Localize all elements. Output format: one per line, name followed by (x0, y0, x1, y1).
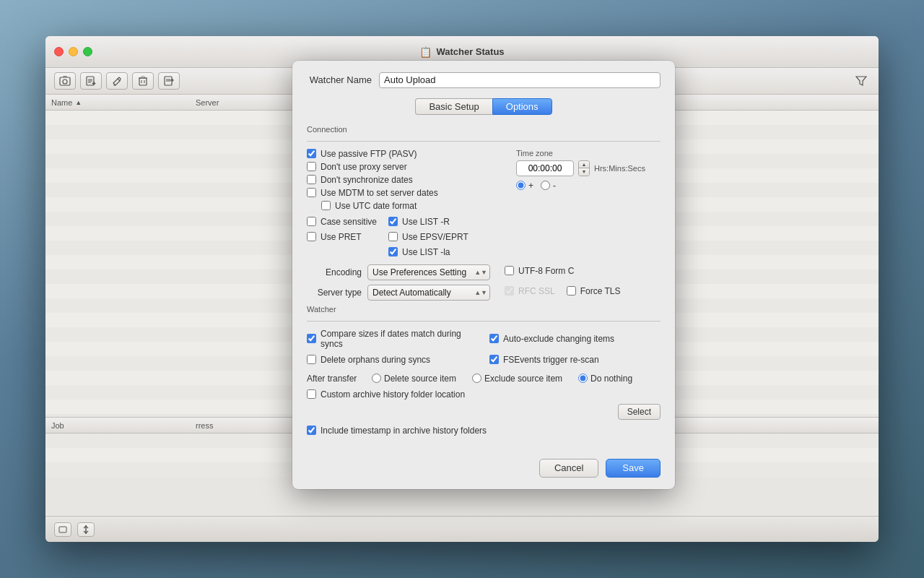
toolbar-delete-btn[interactable] (132, 72, 154, 90)
tz-up-btn[interactable]: ▲ (579, 161, 589, 168)
epsv-row: Use EPSV/EPRT (388, 232, 468, 242)
save-button[interactable]: Save (606, 459, 661, 478)
tz-minus-radio-group: - (541, 181, 556, 191)
connection-right: Time zone ▲ ▼ Hrs:Mins:Secs (516, 149, 661, 260)
section-watcher-label: Watcher (307, 305, 661, 314)
mdtm-row: Use MDTM to set server dates (307, 188, 502, 198)
timezone-spinner[interactable]: ▲ ▼ (578, 160, 590, 176)
list-r-checkbox[interactable] (388, 217, 398, 226)
maximize-button[interactable] (83, 47, 92, 56)
watcher-grid: Compare sizes if dates match during sync… (307, 329, 661, 368)
tab-options[interactable]: Options (492, 98, 552, 115)
force-tls-checkbox[interactable] (567, 286, 576, 296)
delete-source-label: Delete source item (384, 374, 456, 384)
server-type-label: Server type (307, 288, 362, 298)
section-connection-label: Connection (307, 125, 661, 134)
utc-row: Use UTC date format (307, 201, 502, 211)
tz-minus-label: - (553, 181, 556, 191)
exclude-source-radio-group: Exclude source item (472, 374, 562, 384)
timestamp-label: Include timestamp in archive history fol… (321, 426, 487, 436)
custom-archive-checkbox[interactable] (307, 389, 316, 399)
window-icon: 📋 (419, 46, 432, 58)
timezone-input[interactable] (516, 160, 574, 176)
checks-col-2: Use LIST -R Use EPSV/EPRT Use LIST -la (388, 217, 468, 260)
tz-plus-radio[interactable] (516, 181, 526, 190)
minimize-button[interactable] (69, 47, 78, 56)
watcher-name-label: Watcher Name (307, 74, 372, 85)
list-la-checkbox[interactable] (388, 247, 398, 256)
passive-ftp-label: Use passive FTP (PASV) (321, 149, 417, 159)
no-proxy-label: Don't use proxy server (321, 162, 407, 172)
delete-source-radio[interactable] (372, 374, 381, 383)
no-sync-label: Don't synchronize dates (321, 175, 413, 185)
toolbar-edit-btn[interactable] (106, 72, 128, 90)
custom-archive-row: Custom archive history folder location (307, 389, 661, 400)
bottom-btn-1[interactable] (54, 522, 71, 537)
tab-basic-setup[interactable]: Basic Setup (415, 98, 492, 115)
epsv-checkbox[interactable] (388, 232, 398, 241)
case-sensitive-row: Case sensitive (307, 217, 377, 227)
utf8-form-c-label: UTF-8 Form C (518, 266, 574, 276)
list-la-row: Use LIST -la (388, 247, 468, 257)
passive-ftp-checkbox[interactable] (307, 149, 316, 158)
delete-orphans-checkbox[interactable] (307, 355, 316, 364)
name-column-header: Name ▲ (51, 98, 196, 107)
utc-label: Use UTC date format (335, 201, 417, 211)
auto-exclude-label: Auto-exclude changing items (503, 334, 614, 344)
utc-checkbox[interactable] (321, 201, 331, 210)
fsevents-checkbox[interactable] (489, 355, 499, 364)
after-transfer-row: After transfer Delete source item Exclud… (307, 374, 661, 384)
toolbar-export-btn[interactable] (158, 72, 180, 90)
encoding-select[interactable]: Use Preferences Setting (367, 264, 490, 280)
toolbar-screenshot-btn[interactable] (54, 72, 76, 90)
rfc-ssl-checkbox[interactable] (505, 286, 514, 296)
tz-minus-radio[interactable] (541, 181, 550, 190)
svg-rect-9 (139, 78, 147, 85)
server-type-row: Server type Detect Automatically ▲▼ RFC … (307, 285, 661, 301)
utf8-form-c-checkbox[interactable] (505, 266, 514, 275)
custom-archive-label: Custom archive history folder location (321, 389, 465, 400)
bottom-btn-2[interactable] (77, 522, 95, 537)
no-proxy-checkbox[interactable] (307, 162, 316, 171)
server-type-select[interactable]: Detect Automatically (367, 285, 490, 301)
compare-sizes-checkbox[interactable] (307, 334, 316, 343)
divider-1 (307, 141, 661, 142)
no-proxy-row: Don't use proxy server (307, 162, 502, 172)
watcher-name-input[interactable] (379, 72, 661, 88)
do-nothing-radio[interactable] (578, 374, 588, 383)
utf8-form-c-row: UTF-8 Form C (505, 266, 574, 276)
checks-col-1: Case sensitive Use PRET (307, 217, 377, 260)
timestamp-checkbox[interactable] (307, 426, 316, 435)
force-tls-label: Force TLS (580, 286, 621, 296)
toolbar-new-btn[interactable] (80, 72, 102, 90)
no-sync-checkbox[interactable] (307, 175, 316, 184)
use-pret-row: Use PRET (307, 232, 377, 242)
divider-2 (307, 321, 661, 322)
bottom-bar (45, 516, 879, 542)
tz-hrs-label: Hrs:Mins:Secs (594, 164, 645, 173)
cancel-button[interactable]: Cancel (539, 459, 598, 478)
select-button[interactable]: Select (618, 404, 661, 420)
tz-down-btn[interactable]: ▼ (579, 168, 589, 176)
auto-exclude-checkbox[interactable] (489, 334, 499, 343)
traffic-lights (54, 47, 92, 56)
compare-sizes-label: Compare sizes if dates match during sync… (321, 329, 478, 349)
mdtm-checkbox[interactable] (307, 188, 316, 197)
tabs-row: Basic Setup Options (307, 98, 661, 115)
use-pret-checkbox[interactable] (307, 232, 316, 241)
no-sync-row: Don't synchronize dates (307, 175, 502, 185)
svg-marker-20 (856, 77, 866, 85)
watcher-name-row: Watcher Name (307, 72, 661, 88)
tz-sign-row: + - (516, 181, 661, 191)
do-nothing-label: Do nothing (590, 374, 632, 384)
exclude-source-radio[interactable] (472, 374, 481, 383)
toolbar-filter-btn[interactable] (853, 73, 870, 89)
case-sensitive-checkbox[interactable] (307, 217, 316, 226)
use-pret-label: Use PRET (321, 232, 362, 242)
do-nothing-radio-group: Do nothing (578, 374, 632, 384)
watcher-section: Watcher Compare sizes if dates match dur… (307, 305, 661, 436)
connection-left: Use passive FTP (PASV) Don't use proxy s… (307, 149, 502, 260)
encoding-row: Encoding Use Preferences Setting ▲▼ UTF-… (307, 264, 661, 280)
svg-rect-21 (59, 527, 66, 532)
close-button[interactable] (54, 47, 64, 56)
